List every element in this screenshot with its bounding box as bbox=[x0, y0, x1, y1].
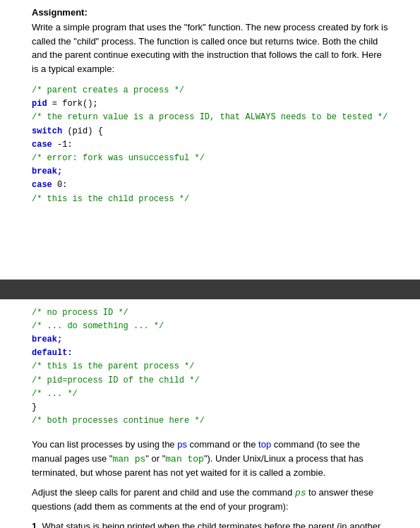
code-line-5: case -1: bbox=[32, 138, 388, 152]
prose-paragraph-2: Adjust the sleep calls for parent and ch… bbox=[32, 486, 388, 514]
intro-text: Write a simple program that uses the "fo… bbox=[32, 20, 388, 76]
code-line-2: pid = fork(); bbox=[32, 97, 388, 111]
code-line-b7: /* ... */ bbox=[32, 388, 388, 401]
code-top-block: /* parent creates a process */ pid = for… bbox=[32, 84, 388, 206]
question-1: 1. What status is being printed when the… bbox=[32, 520, 388, 528]
code-bottom-block: /* no process ID */ /* ... do something … bbox=[32, 306, 388, 428]
code-line-1: /* parent creates a process */ bbox=[32, 84, 388, 97]
code-line-b5: /* this is the parent process */ bbox=[32, 360, 388, 373]
code-line-b4: default: bbox=[32, 347, 388, 360]
ps-link[interactable]: ps bbox=[177, 439, 187, 450]
white-gap bbox=[0, 223, 420, 280]
code-line-8: case 0: bbox=[32, 179, 388, 192]
code-line-3: /* the return value is a process ID, tha… bbox=[32, 111, 388, 124]
top-link[interactable]: top bbox=[258, 439, 271, 450]
code-line-6: /* error: fork was unsuccessful */ bbox=[32, 152, 388, 165]
prose-section: You can list processes by using the ps c… bbox=[0, 438, 420, 528]
code-line-b3: break; bbox=[32, 333, 388, 347]
code-line-b2: /* ... do something ... */ bbox=[32, 320, 388, 333]
code-line-b1: /* no process ID */ bbox=[32, 306, 388, 320]
code-line-7: break; bbox=[32, 165, 388, 179]
assignment-label: Assignment: bbox=[32, 7, 388, 18]
code-line-4: switch (pid) { bbox=[32, 125, 388, 138]
code-line-b6: /* pid=process ID of the child */ bbox=[32, 374, 388, 388]
code-line-b9: /* both processes continue here */ bbox=[32, 414, 388, 428]
code-line-9: /* this is the child process */ bbox=[32, 193, 388, 206]
dark-divider bbox=[0, 280, 420, 299]
code-bottom-section: /* no process ID */ /* ... do something … bbox=[0, 299, 420, 438]
prose-paragraph-1: You can list processes by using the ps c… bbox=[32, 438, 388, 480]
code-line-b8: } bbox=[32, 401, 388, 414]
man-ps-code: man ps bbox=[112, 454, 145, 464]
page-top: Assignment: Write a simple program that … bbox=[0, 0, 420, 223]
ps-italic: ps bbox=[295, 488, 306, 498]
man-top-code: man top bbox=[165, 454, 204, 464]
q1-number: 1. bbox=[32, 521, 40, 528]
